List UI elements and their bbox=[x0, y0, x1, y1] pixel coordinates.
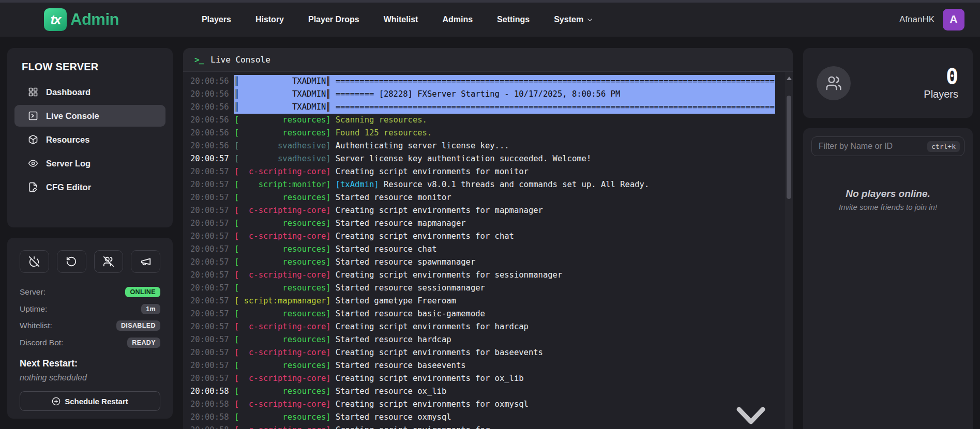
player-filter[interactable]: ctrl+k bbox=[811, 136, 964, 156]
avatar[interactable]: A bbox=[943, 9, 964, 30]
console-message-part: Started resource basic-gamemode bbox=[336, 309, 485, 318]
console-timestamp: 20:00:57 bbox=[190, 372, 230, 385]
console-tag: [ c-scripting-core] bbox=[234, 346, 331, 359]
console-timestamp: 20:00:57 bbox=[190, 178, 230, 191]
console-message-part: Started resource mapmanager bbox=[336, 219, 466, 228]
console-tag: [ c-scripting-core] bbox=[234, 165, 331, 178]
console-line-body: [ resources]Started resource monitor bbox=[234, 191, 775, 204]
console-line-body: [ c-scripting-core]Creating script envir… bbox=[234, 424, 775, 429]
nav-item-label: Whitelist bbox=[384, 15, 418, 24]
console-message-part: Started resource oxmysql bbox=[336, 412, 451, 422]
console-line-body: [ c-scripting-core]Creating script envir… bbox=[234, 346, 775, 359]
console-scrollbar[interactable] bbox=[785, 72, 793, 429]
console-timestamp: 20:00:57 bbox=[190, 333, 230, 346]
console-timestamp: 20:00:58 bbox=[190, 424, 230, 429]
console-tag: [ c-scripting-core] bbox=[234, 320, 331, 333]
console-message-part: Started gametype Freeroam bbox=[336, 296, 456, 305]
console-message: Started resource spawnmanager bbox=[336, 256, 775, 269]
console-message-part: Authenticating server license key... bbox=[336, 141, 509, 150]
sidebar-item-resources[interactable]: Resources bbox=[14, 129, 165, 150]
console-message: [txAdmin] Resource v8.0.1 threads and co… bbox=[336, 178, 775, 191]
console-tag: [ resources] bbox=[234, 282, 331, 295]
sidebar-item-live-console[interactable]: Live Console bbox=[14, 105, 165, 127]
console-tag: [ c-scripting-core] bbox=[234, 372, 331, 385]
console-line-body: [ resources]Found 125 resources. bbox=[234, 127, 775, 140]
nav-item-admins[interactable]: Admins bbox=[442, 15, 473, 24]
console-message: Creating script environments for oxmysql bbox=[336, 398, 775, 411]
console-timestamp: 20:00:57 bbox=[190, 243, 230, 256]
status-badge: ONLINE bbox=[125, 287, 160, 297]
nav-item-player-drops[interactable]: Player Drops bbox=[308, 15, 359, 24]
nav-item-whitelist[interactable]: Whitelist bbox=[384, 15, 418, 24]
console-message: Started resource hardcap bbox=[336, 333, 775, 346]
player-filter-input[interactable] bbox=[819, 142, 927, 151]
nav-item-settings[interactable]: Settings bbox=[497, 15, 530, 24]
stop-server-button[interactable] bbox=[20, 250, 49, 273]
dashboard-icon bbox=[28, 87, 38, 97]
schedule-restart-button[interactable]: Schedule Restart bbox=[20, 391, 160, 411]
console-timestamp: 20:00:57 bbox=[190, 282, 230, 295]
console-line-body: [ resources]Started resource chat bbox=[234, 243, 775, 256]
console-message-part: ========================================… bbox=[336, 102, 775, 112]
box-icon bbox=[28, 134, 38, 145]
console-message: Creating script environments for baseeve… bbox=[336, 346, 775, 359]
console-message-part: Started resource chat bbox=[336, 244, 437, 254]
console-timestamp: 20:00:58 bbox=[190, 385, 230, 398]
status-row: Server:ONLINE bbox=[20, 284, 160, 301]
console-timestamp: 20:00:58 bbox=[190, 411, 230, 424]
console-timestamp: 20:00:57 bbox=[190, 165, 230, 178]
console-message-part: Scanning resources. bbox=[336, 115, 427, 125]
nav-item-label: System bbox=[554, 15, 583, 24]
console-message: Started resource mapmanager bbox=[336, 217, 775, 230]
console-header: >_ Live Console bbox=[183, 48, 793, 72]
console-tag: [ script:mapmanager] bbox=[234, 295, 331, 308]
console-line-body: [ resources]Started resource sessionmana… bbox=[234, 282, 775, 295]
console-line-body: [ svadhesive]Authenticating server licen… bbox=[234, 140, 775, 152]
logo-tx-text: tx bbox=[50, 12, 60, 28]
console-line-body: [ c-scripting-core]Creating script envir… bbox=[234, 320, 775, 333]
console-line-body: [ c-scripting-core]Creating script envir… bbox=[234, 230, 775, 243]
console-line: 20:00:57[ resources]Started resource bas… bbox=[183, 359, 793, 372]
status-row: Uptime:1m bbox=[20, 301, 160, 318]
nav-item-system[interactable]: System bbox=[554, 15, 594, 24]
console-line-body: [ svadhesive]Server license key authenti… bbox=[234, 152, 775, 165]
sidebar-item-cfg-editor[interactable]: CFG Editor bbox=[14, 176, 165, 198]
console-timestamp: 20:00:57 bbox=[190, 217, 230, 230]
console-line: 20:00:56[ svadhesive]Authenticating serv… bbox=[183, 140, 793, 152]
nav-item-players[interactable]: Players bbox=[202, 15, 231, 24]
txadmin-logo-icon: tx bbox=[44, 8, 67, 31]
scroll-up-arrow-icon[interactable] bbox=[787, 76, 792, 80]
sidebar-item-server-log[interactable]: Server Log bbox=[14, 152, 165, 174]
console-tag: [ resources] bbox=[234, 385, 331, 398]
schedule-restart-label: Schedule Restart bbox=[65, 397, 128, 406]
console-line-body: [ script:mapmanager]Started gametype Fre… bbox=[234, 295, 775, 308]
server-status-rows: Server:ONLINEUptime:1mWhitelist:DISABLED… bbox=[20, 284, 160, 351]
txadmin-logo[interactable]: tx Admin bbox=[44, 8, 119, 31]
console-message: Started resource sessionmanager bbox=[336, 282, 775, 295]
scrollbar-thumb[interactable] bbox=[787, 96, 791, 199]
scroll-to-bottom-button[interactable] bbox=[734, 404, 768, 427]
console-timestamp: 20:00:57 bbox=[190, 295, 230, 308]
terminal-icon bbox=[28, 111, 38, 121]
console-lines: 20:00:56║ TXADMIN║======================… bbox=[183, 75, 793, 429]
nav-item-history[interactable]: History bbox=[255, 15, 284, 24]
server-name: FLOW SERVER bbox=[22, 61, 165, 73]
server-control-card: Server:ONLINEUptime:1mWhitelist:DISABLED… bbox=[7, 238, 173, 419]
kick-all-button[interactable] bbox=[94, 250, 124, 273]
console-line-body: [ resources]Started resource mapmanager bbox=[234, 217, 775, 230]
console-line-selected: ║ TXADMIN║==============================… bbox=[234, 75, 775, 88]
status-badge: READY bbox=[127, 338, 160, 348]
console-message-part: ========================================… bbox=[336, 76, 775, 86]
sidebar-item-dashboard[interactable]: Dashboard bbox=[14, 81, 165, 103]
chevron-down-icon bbox=[586, 16, 594, 24]
console-output[interactable]: 20:00:56║ TXADMIN║======================… bbox=[183, 72, 793, 429]
console-line-body: [ c-scripting-core]Creating script envir… bbox=[234, 165, 775, 178]
username[interactable]: AfnanHK bbox=[899, 14, 934, 25]
console-line-selected: ║ TXADMIN║======== [28228] FXServer Star… bbox=[234, 88, 775, 101]
restart-server-button[interactable] bbox=[57, 250, 86, 273]
console-line-body: [ c-scripting-core]Creating script envir… bbox=[234, 372, 775, 385]
console-timestamp: 20:00:57 bbox=[190, 204, 230, 217]
console-message: Creating script environments for session… bbox=[336, 269, 775, 282]
announce-button[interactable] bbox=[131, 250, 160, 273]
sidebar-item-label: Dashboard bbox=[46, 87, 91, 97]
